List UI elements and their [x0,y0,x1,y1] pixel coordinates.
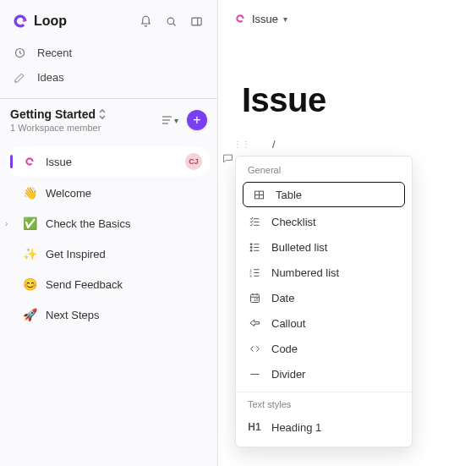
svg-line-2 [172,23,175,25]
menu-item-code[interactable]: Code [236,336,412,361]
comments-icon[interactable] [222,152,234,165]
chevron-down-icon: ▾ [283,14,287,24]
emoji-icon: 😊 [22,277,37,292]
sidebar-page-get-inspired[interactable]: ✨Get Inspired [7,239,211,268]
svg-rect-3 [191,18,200,25]
menu-section-label: General [236,163,412,180]
date-icon: 18 [248,291,261,304]
topnav: Recent Ideas [0,36,217,98]
slash-command-text: / [272,138,276,151]
nav-ideas-label: Ideas [37,71,64,84]
chevron-right-icon[interactable]: › [5,219,8,228]
sidebar-page-next-steps[interactable]: 🚀Next Steps [7,300,211,329]
pen-icon [14,71,29,84]
svg-text:18: 18 [253,297,258,302]
nav-recent[interactable]: Recent [7,41,211,65]
menu-item-label: Bulleted list [271,241,327,254]
emoji-icon: 👋 [22,185,37,200]
breadcrumb[interactable]: Issue ▾ [233,12,473,25]
loop-logo-icon [12,13,29,30]
svg-point-15 [250,243,252,244]
editor-line[interactable]: ⋮⋮ / [233,138,473,151]
svg-point-0 [23,19,25,22]
checklist-icon [248,215,261,228]
main: Issue ▾ Issue ⋮⋮ / GeneralTableChecklist… [218,0,476,466]
menu-item-label: Code [271,343,298,355]
emoji-icon: ✨ [22,246,37,261]
callout-icon [248,316,261,330]
sidebar-page-label: Check the Basics [46,217,130,230]
numbered-icon: 123 [248,266,261,279]
brand-text: Loop [34,14,67,29]
svg-point-17 [250,249,252,251]
table-icon [252,188,265,201]
menu-item-label: Date [271,292,294,304]
code-icon [248,342,261,355]
menu-item-checklist[interactable]: Checklist [236,209,412,234]
breadcrumb-label: Issue [252,13,278,25]
page-rail [222,152,234,165]
menu-item-label: Heading 1 [271,421,321,434]
svg-point-16 [250,246,252,248]
page-title[interactable]: Issue [242,81,473,119]
menu-item-label: Divider [271,368,305,381]
chevron-down-icon: ▾ [174,116,178,125]
loop-page-icon [233,12,247,25]
workspace-switcher[interactable]: Getting Started [10,107,107,121]
divider-icon [248,367,261,381]
nav-recent-label: Recent [37,47,72,59]
presence-avatar: CJ [185,153,202,170]
menu-item-divider[interactable]: Divider [236,361,412,387]
nav-ideas[interactable]: Ideas [7,65,211,90]
menu-item-numbered[interactable]: 123Numbered list [236,260,412,285]
workspace-title: Getting Started [10,107,96,121]
search-icon[interactable] [161,12,180,30]
panel-toggle-icon[interactable] [187,12,205,30]
svg-point-1 [167,18,174,25]
menu-item-bulleted[interactable]: Bulleted list [236,234,412,260]
menu-item-label: Callout [271,317,305,330]
loop-page-icon [22,154,37,169]
sidebar-page-label: Send Feedback [46,278,123,291]
menu-item-date[interactable]: 18Date [236,285,412,310]
sidebar: Loop Recent [0,0,218,466]
sidebar-page-feedback[interactable]: 😊Send Feedback [7,270,211,299]
page-list: IssueCJ👋Welcome›✅Check the Basics✨Get In… [0,140,217,336]
sidebar-page-label: Welcome [46,187,91,200]
menu-item-table[interactable]: Table [243,182,405,207]
sidebar-page-label: Get Inspired [46,248,106,260]
menu-item-label: Checklist [271,216,316,228]
view-options-button[interactable]: ▾ [161,115,178,125]
sidebar-header: Loop [0,8,217,36]
sidebar-page-check-basics[interactable]: ›✅Check the Basics [7,209,211,238]
menu-item-label: Table [276,189,302,201]
sidebar-page-welcome[interactable]: 👋Welcome [7,178,211,207]
sidebar-page-label: Next Steps [46,309,100,321]
chevron-updown-icon [98,108,107,120]
drag-handle-icon[interactable]: ⋮⋮ [233,142,250,147]
notifications-icon[interactable] [136,12,155,30]
workspace-header: Getting Started 1 Workspace member ▾ + [0,98,217,140]
sidebar-page-issue[interactable]: IssueCJ [7,146,211,177]
new-page-button[interactable]: + [187,110,207,130]
h1-icon: H1 [248,420,261,434]
menu-item-h1[interactable]: H1Heading 1 [236,414,412,440]
emoji-icon: ✅ [22,216,37,231]
menu-item-callout[interactable]: Callout [236,310,412,336]
insert-menu[interactable]: GeneralTableChecklistBulleted list123Num… [235,156,413,447]
menu-section-label: Text styles [236,397,412,414]
clock-icon [14,47,29,59]
menu-item-label: Numbered list [271,266,339,279]
brand[interactable]: Loop [12,13,67,30]
workspace-subtitle: 1 Workspace member [10,123,107,133]
emoji-icon: 🚀 [22,307,37,322]
svg-text:3: 3 [249,274,252,278]
bulleted-icon [248,240,261,254]
sidebar-page-label: Issue [46,156,72,168]
